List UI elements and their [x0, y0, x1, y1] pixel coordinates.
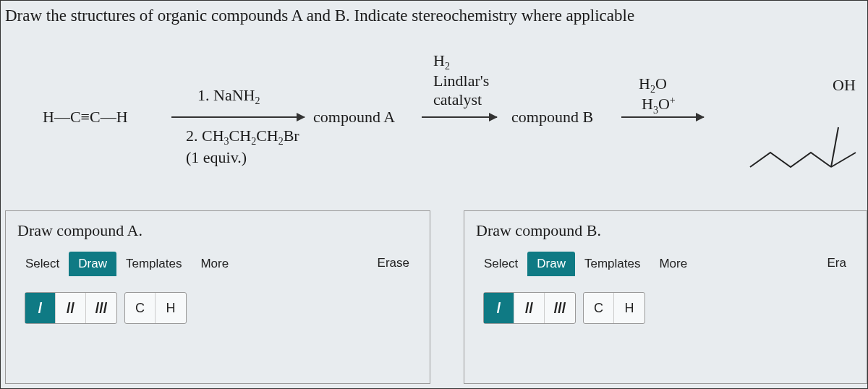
tab-more[interactable]: More [650, 252, 697, 276]
draw-panel-a: Draw compound A. Select Draw Templates M… [5, 210, 430, 384]
bond-double-button[interactable]: // [514, 293, 545, 323]
bond-group-b: / // /// [483, 292, 576, 324]
bond-group-a: / // /// [25, 292, 117, 324]
arrow-1 [171, 116, 305, 118]
tab-more[interactable]: More [191, 252, 238, 276]
reagent-2-line1: H2 [433, 51, 450, 72]
tab-templates[interactable]: Templates [116, 252, 191, 276]
reagent-1-line3: (1 equiv.) [186, 148, 247, 167]
tab-draw[interactable]: Draw [527, 252, 575, 276]
atom-group-a: C H [124, 292, 187, 324]
question-prompt: Draw the structures of organic compounds… [5, 7, 634, 25]
toolbar-b: / // /// C H [483, 292, 645, 324]
reagent-3-line1: H2O [639, 74, 667, 95]
product-structure [746, 91, 861, 178]
svg-line-1 [831, 127, 838, 167]
page-root: Draw the structures of organic compounds… [0, 0, 868, 389]
tab-select[interactable]: Select [475, 252, 527, 276]
bond-single-button[interactable]: / [484, 293, 514, 323]
bond-single-button[interactable]: / [25, 293, 56, 323]
arrow-3 [621, 116, 704, 118]
reagent-1-line1: 1. NaNH2 [197, 86, 260, 107]
tab-templates[interactable]: Templates [575, 252, 650, 276]
bond-triple-button[interactable]: /// [545, 293, 575, 323]
panel-a-tabs: Select Draw Templates More [16, 252, 238, 276]
compound-a-label: compound A [313, 108, 395, 127]
bond-double-button[interactable]: // [56, 293, 86, 323]
draw-panel-b: Draw compound B. Select Draw Templates M… [464, 210, 867, 384]
tab-draw[interactable]: Draw [69, 252, 116, 276]
reagent-1-line2: 2. CH3CH2CH2Br [186, 127, 299, 148]
panel-b-tabs: Select Draw Templates More [475, 252, 697, 276]
atom-h-button[interactable]: H [156, 293, 186, 323]
erase-button[interactable]: Era [819, 252, 855, 275]
prompt-text: Draw the structures of organic compounds… [5, 7, 634, 25]
tab-select[interactable]: Select [16, 252, 69, 276]
atom-group-b: C H [583, 292, 645, 324]
atom-c-button[interactable]: C [125, 293, 156, 323]
reagent-2-line3: catalyst [433, 90, 482, 109]
bond-triple-button[interactable]: /// [86, 293, 116, 323]
erase-button[interactable]: Erase [369, 252, 418, 275]
reagent-3-line2: H3O+ [642, 95, 676, 116]
atom-h-button[interactable]: H [614, 293, 644, 323]
compound-b-label: compound B [511, 108, 593, 127]
arrow-2 [422, 116, 497, 118]
panel-b-title: Draw compound B. [476, 221, 601, 240]
starting-material: H—C≡C—H [43, 108, 128, 127]
panel-a-title: Draw compound A. [17, 221, 142, 240]
svg-line-0 [831, 153, 856, 167]
reagent-2-line2: Lindlar's [433, 72, 489, 90]
toolbar-a: / // /// C H [25, 292, 187, 324]
reaction-scheme: H—C≡C—H 1. NaNH2 2. CH3CH2CH2Br (1 equiv… [1, 44, 868, 189]
atom-c-button[interactable]: C [584, 293, 614, 323]
